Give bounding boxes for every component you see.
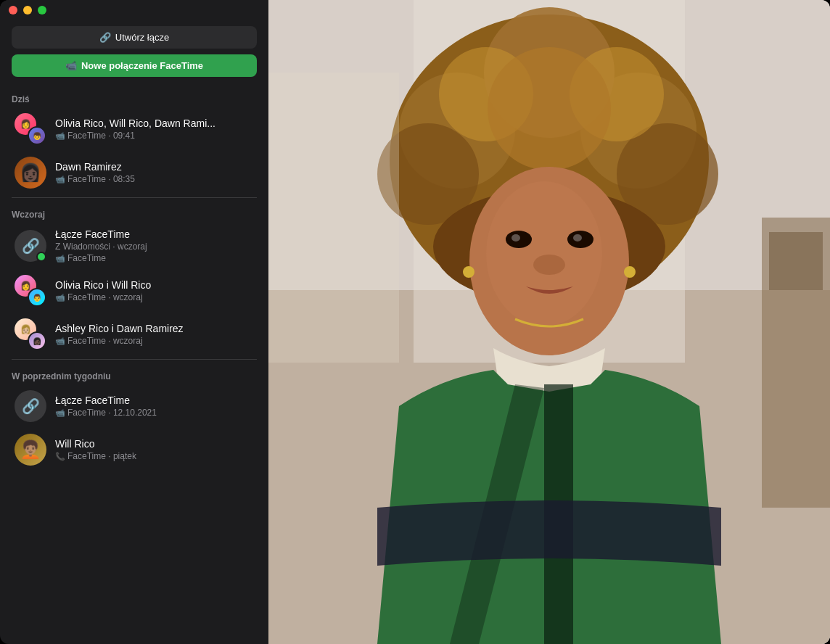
- avatar: 👩🏿: [15, 157, 46, 189]
- call-info: Łącze FaceTime 📹 FaceTime · 12.10.2021: [55, 395, 254, 418]
- call-info: Dawn Ramirez 📹 FaceTime · 08:35: [55, 161, 254, 184]
- avatar-link: 🔗: [15, 390, 46, 422]
- phone-icon: 📞: [55, 452, 65, 461]
- list-item[interactable]: 👩🏿 Dawn Ramirez 📹 FaceTime · 08:35: [3, 151, 266, 194]
- call-meta: 📹 FaceTime · 08:35: [55, 174, 254, 184]
- video-icon: 📹: [55, 408, 65, 418]
- call-info: Ashley Rico i Dawn Ramirez 📹 FaceTime · …: [55, 323, 254, 346]
- svg-point-22: [624, 266, 636, 278]
- section-last-week: W poprzednim tygodniu: [0, 363, 268, 384]
- video-icon: 📹: [55, 254, 65, 263]
- create-link-button[interactable]: 🔗 Utwórz łącze: [12, 26, 257, 49]
- call-info: Olivia Rico, Will Rico, Dawn Rami... 📹 F…: [55, 117, 254, 141]
- titlebar: [0, 0, 268, 20]
- video-icon: 📹: [55, 175, 65, 184]
- svg-point-15: [486, 181, 602, 326]
- avatar: 🧑🏽‍🦱: [15, 434, 46, 466]
- call-name: Dawn Ramirez: [55, 161, 254, 173]
- svg-point-20: [533, 255, 565, 275]
- video-camera-icon: 📹: [65, 60, 77, 71]
- call-meta: 📹 FaceTime · wczoraj: [55, 336, 254, 346]
- close-button[interactable]: [9, 6, 17, 15]
- call-info: Will Rico 📞 FaceTime · piątek: [55, 438, 254, 461]
- divider: [12, 359, 257, 360]
- list-item[interactable]: 🧑🏽‍🦱 Will Rico 📞 FaceTime · piątek: [3, 428, 266, 471]
- new-facetime-button[interactable]: 📹 Nowe połączenie FaceTime: [12, 54, 257, 77]
- svg-point-11: [488, 47, 611, 170]
- call-name: Łącze FaceTime: [55, 228, 254, 240]
- link-icon: 🔗: [99, 32, 111, 43]
- call-name: Olivia Rico i Will Rico: [55, 279, 254, 291]
- video-icon: 📹: [55, 337, 65, 346]
- call-name: Will Rico: [55, 438, 254, 450]
- new-facetime-label: Nowe połączenie FaceTime: [81, 60, 203, 71]
- avatar-group: 👩 👦: [15, 113, 46, 145]
- call-name: Olivia Rico, Will Rico, Dawn Rami...: [55, 117, 254, 129]
- video-icon: 📹: [55, 131, 65, 141]
- list-item[interactable]: 👩 👦 Olivia Rico, Will Rico, Dawn Rami...…: [3, 107, 266, 151]
- call-meta-2: 📹 FaceTime: [55, 253, 254, 263]
- call-name: Łącze FaceTime: [55, 395, 254, 406]
- svg-rect-24: [769, 232, 823, 290]
- person-video: [268, 0, 830, 644]
- divider: [12, 197, 257, 198]
- avatar-group: 👩 👨: [15, 275, 46, 307]
- svg-rect-25: [268, 73, 399, 363]
- facetime-window: 🔗 Utwórz łącze 📹 Nowe połączenie FaceTim…: [0, 0, 830, 644]
- facetime-video: Lista ostatnich połączeń: [268, 0, 830, 644]
- section-yesterday: Wczoraj: [0, 201, 268, 223]
- video-icon: 📹: [55, 293, 65, 302]
- call-meta: 📞 FaceTime · piątek: [55, 451, 254, 461]
- maximize-button[interactable]: [38, 6, 46, 15]
- sidebar: 🔗 Utwórz łącze 📹 Nowe połączenie FaceTim…: [0, 0, 268, 644]
- minimize-button[interactable]: [23, 6, 32, 15]
- call-list: Dziś 👩 👦 Olivia Rico, Will Rico, Dawn Ra…: [0, 86, 268, 644]
- active-badge: [36, 252, 46, 262]
- list-item[interactable]: 👩🏼 👩🏿 Ashley Rico i Dawn Ramirez 📹 FaceT…: [3, 313, 266, 356]
- section-today: Dziś: [0, 86, 268, 107]
- svg-point-18: [511, 234, 520, 242]
- list-item[interactable]: 🔗 Łącze FaceTime Z Wiadomości · wczoraj …: [3, 223, 266, 269]
- call-meta: 📹 FaceTime · 12.10.2021: [55, 408, 254, 418]
- call-meta: 📹 FaceTime · wczoraj: [55, 292, 254, 302]
- call-meta: Z Wiadomości · wczoraj: [55, 242, 254, 252]
- list-item[interactable]: 🔗 Łącze FaceTime 📹 FaceTime · 12.10.2021: [3, 384, 266, 428]
- create-link-label: Utwórz łącze: [115, 32, 169, 43]
- list-item[interactable]: 👩 👨 Olivia Rico i Will Rico 📹 FaceTime ·…: [3, 269, 266, 313]
- svg-point-19: [573, 234, 582, 242]
- call-meta: 📹 FaceTime · 09:41: [55, 131, 254, 141]
- call-info: Olivia Rico i Will Rico 📹 FaceTime · wcz…: [55, 279, 254, 302]
- svg-point-21: [463, 266, 474, 278]
- call-info: Łącze FaceTime Z Wiadomości · wczoraj 📹 …: [55, 228, 254, 263]
- call-name: Ashley Rico i Dawn Ramirez: [55, 323, 254, 334]
- avatar-group: 👩🏼 👩🏿: [15, 318, 46, 350]
